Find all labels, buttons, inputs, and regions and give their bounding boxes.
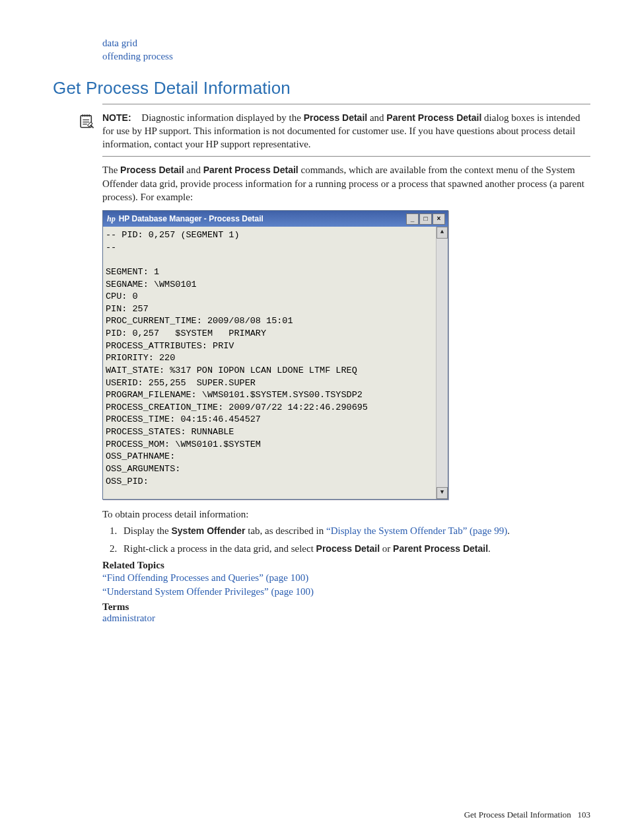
- para1-t2: and: [184, 165, 203, 175]
- link-understand-privileges[interactable]: “Understand System Offender Privileges” …: [102, 586, 314, 597]
- term-link-offending-process[interactable]: offending process: [102, 51, 173, 61]
- link-display-system-offender-tab[interactable]: “Display the System Offender Tab” (page …: [326, 525, 507, 536]
- s1-t2: tab, as described in: [246, 525, 326, 536]
- footer-title: Get Process Detail Information: [464, 810, 571, 820]
- term-link-data-grid[interactable]: data grid: [102, 38, 137, 48]
- note-label: NOTE:: [102, 112, 131, 123]
- terms-heading: Terms: [102, 601, 590, 613]
- s1-t1: Display the: [123, 525, 172, 536]
- scroll-down-icon[interactable]: ▼: [437, 487, 448, 499]
- note-text-1: Diagnostic information displayed by the: [141, 112, 303, 123]
- note-bold-2: Parent Process Detail: [386, 112, 481, 123]
- s2-b2: Parent Process Detail: [393, 543, 488, 554]
- divider-top: [102, 104, 590, 104]
- note-block: NOTE: Diagnostic information displayed b…: [76, 111, 590, 151]
- close-icon[interactable]: ×: [433, 213, 445, 225]
- s1-b1: System Offender: [172, 525, 246, 536]
- dialog-titlebar: hp HP Database Manager - Process Detail …: [103, 211, 448, 227]
- s1-t3: .: [507, 525, 510, 536]
- s2-t2: or: [380, 543, 393, 554]
- s2-b1: Process Detail: [316, 543, 380, 554]
- term-link-administrator[interactable]: administrator: [102, 613, 155, 623]
- para1-b1: Process Detail: [120, 165, 184, 175]
- steps-list: Display the System Offender tab, as desc…: [102, 524, 590, 556]
- section-heading: Get Process Detail Information: [53, 78, 590, 98]
- link-find-offending-processes[interactable]: “Find Offending Processes and Queries” (…: [102, 572, 308, 583]
- note-text-2: and: [367, 112, 386, 123]
- step-2: Right-click a process in the data grid, …: [120, 542, 590, 556]
- dialog-title: HP Database Manager - Process Detail: [119, 214, 263, 223]
- steps-intro: To obtain process detail information:: [102, 509, 590, 520]
- related-topics-heading: Related Topics: [102, 560, 590, 571]
- note-icon: [76, 111, 102, 151]
- page-footer: Get Process Detail Information 103: [464, 810, 590, 820]
- vertical-scrollbar[interactable]: ▲ ▼: [436, 227, 448, 499]
- divider-bottom: [102, 156, 590, 157]
- para1-t1: The: [102, 165, 120, 175]
- hp-logo-icon: hp: [107, 214, 116, 224]
- s2-t3: .: [488, 543, 491, 554]
- note-bold-1: Process Detail: [304, 112, 368, 123]
- scroll-up-icon[interactable]: ▲: [437, 227, 448, 239]
- para1-b2: Parent Process Detail: [203, 165, 298, 175]
- step-1: Display the System Offender tab, as desc…: [120, 524, 590, 538]
- dialog-content: -- PID: 0,257 (SEGMENT 1) -- SEGMENT: 1 …: [103, 227, 436, 499]
- intro-paragraph: The Process Detail and Parent Process De…: [102, 163, 590, 204]
- process-detail-dialog: hp HP Database Manager - Process Detail …: [102, 210, 448, 500]
- footer-page-number: 103: [578, 810, 591, 820]
- maximize-icon[interactable]: □: [419, 213, 432, 225]
- minimize-icon[interactable]: _: [406, 213, 419, 225]
- continued-terms: data grid offending process: [102, 36, 590, 63]
- s2-t1: Right-click a process in the data grid, …: [123, 543, 316, 554]
- window-controls: _ □ ×: [406, 213, 445, 225]
